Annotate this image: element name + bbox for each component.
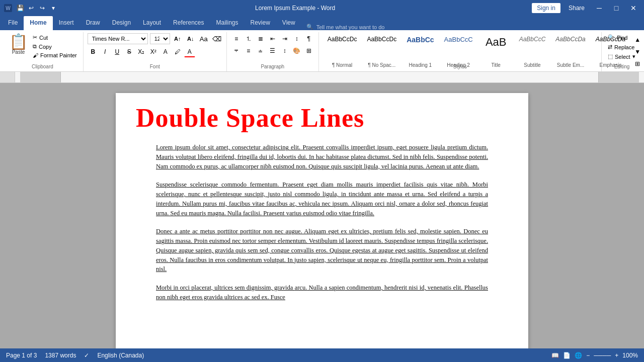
replace-icon: ⇄ bbox=[608, 44, 612, 50]
styles-group-label: Styles bbox=[319, 63, 601, 70]
tab-file[interactable]: File bbox=[2, 16, 24, 30]
tab-view[interactable]: View bbox=[276, 16, 301, 30]
minimize-button[interactable]: ─ bbox=[593, 2, 606, 15]
decrease-indent-btn[interactable]: ⇤ bbox=[267, 33, 278, 44]
share-button[interactable]: Share bbox=[565, 3, 589, 13]
document-heading: Double Space Lines bbox=[116, 93, 528, 138]
ribbon-body: 📋 Paste ✂ Cut ⧉ Copy 🖌 Format Painter Cl… bbox=[0, 30, 644, 72]
ribbon: File Home Insert Draw Design Layout Refe… bbox=[0, 16, 644, 30]
tell-me-bar[interactable]: 🔍 Tell me what you want to do bbox=[301, 24, 642, 30]
proofing-icon: ✓ bbox=[84, 352, 89, 359]
find-button[interactable]: 🔍 Find bbox=[606, 33, 629, 42]
show-marks-btn[interactable]: ¶ bbox=[303, 33, 314, 44]
document-scroll[interactable]: Double Space Lines Lorem ipsum dolor sit… bbox=[0, 83, 644, 348]
justify-btn[interactable]: ☰ bbox=[267, 45, 278, 56]
highlight-btn[interactable]: 🖊 bbox=[172, 46, 183, 57]
select-dropdown-icon: ▾ bbox=[632, 53, 635, 60]
format-painter-button[interactable]: 🖌 Format Painter bbox=[31, 51, 79, 59]
style-subtle-em-preview: AaBbCcDa bbox=[555, 36, 585, 43]
find-label: Find bbox=[617, 35, 627, 41]
style-h2-preview: AaBbCcC bbox=[444, 36, 473, 44]
align-right-btn[interactable]: ⫨ bbox=[255, 45, 266, 56]
zoom-out-btn[interactable]: − bbox=[586, 352, 590, 359]
zoom-in-btn[interactable]: + bbox=[615, 352, 618, 359]
font-name-row: Times New R... 12 A↑ A↓ Aa ⌫ bbox=[88, 33, 222, 44]
borders-btn[interactable]: ⊞ bbox=[303, 45, 314, 56]
increase-indent-btn[interactable]: ⇥ bbox=[279, 33, 290, 44]
tab-references[interactable]: References bbox=[167, 16, 210, 30]
ruler-area bbox=[0, 72, 644, 83]
find-icon: 🔍 bbox=[608, 34, 615, 41]
tab-draw[interactable]: Draw bbox=[80, 16, 106, 30]
bullet-list-btn[interactable]: ≡ bbox=[231, 33, 242, 44]
status-left: Page 1 of 3 1387 words ✓ English (Canada… bbox=[6, 352, 144, 359]
sort-btn[interactable]: ↕ bbox=[291, 33, 302, 44]
tab-mailings[interactable]: Mailings bbox=[210, 16, 244, 30]
document-content: Lorem ipsum dolor sit amet, consectetur … bbox=[116, 138, 528, 321]
undo-quick-btn[interactable]: ↩ bbox=[26, 3, 36, 13]
clipboard-small-buttons: ✂ Cut ⧉ Copy 🖌 Format Painter bbox=[31, 33, 79, 59]
cut-label: Cut bbox=[39, 35, 48, 41]
replace-label: Replace bbox=[614, 44, 634, 50]
tab-home[interactable]: Home bbox=[24, 16, 52, 30]
subscript-button[interactable]: X₂ bbox=[136, 46, 147, 57]
read-mode-icon[interactable]: 📖 bbox=[551, 352, 559, 359]
paste-button[interactable]: 📋 Paste bbox=[6, 33, 31, 56]
tell-me-text: Tell me what you want to do bbox=[316, 24, 385, 30]
styles-group: AaBbCcDc ¶ Normal AaBbCcDc ¶ No Spac... … bbox=[319, 32, 602, 71]
tab-layout[interactable]: Layout bbox=[137, 16, 167, 30]
line-spacing-btn[interactable]: ↕ bbox=[279, 45, 290, 56]
save-quick-btn[interactable]: 💾 bbox=[15, 3, 25, 13]
customize-quick-btn[interactable]: ▾ bbox=[48, 3, 58, 13]
text-color-btn[interactable]: A bbox=[160, 46, 171, 57]
strikethrough-button[interactable]: S bbox=[124, 46, 135, 57]
document-area: Double Space Lines Lorem ipsum dolor sit… bbox=[0, 83, 644, 348]
tab-review[interactable]: Review bbox=[245, 16, 276, 30]
style-subtitle-preview: AaBbCcC bbox=[519, 36, 546, 43]
editing-group: 🔍 Find ⇄ Replace ⬚ Select ▾ Editing bbox=[602, 32, 642, 71]
increase-font-btn[interactable]: A↑ bbox=[172, 33, 183, 44]
font-format-row: B I U S X₂ X² A 🖊 A bbox=[88, 46, 195, 57]
zoom-slider[interactable]: ──── bbox=[594, 352, 611, 359]
scissors-icon: ✂ bbox=[33, 34, 37, 41]
align-left-btn[interactable]: ⫧ bbox=[231, 45, 242, 56]
font-size-select[interactable]: 12 bbox=[150, 33, 170, 44]
sign-in-button[interactable]: Sign in bbox=[532, 3, 560, 13]
clear-format-btn[interactable]: ⌫ bbox=[211, 33, 222, 44]
paste-icon: 📋 bbox=[9, 34, 28, 49]
paragraph-2: Suspendisse scelerisque commodo fermentu… bbox=[156, 180, 488, 218]
change-case-btn[interactable]: Aa bbox=[198, 33, 209, 44]
cut-button[interactable]: ✂ Cut bbox=[31, 33, 79, 42]
replace-button[interactable]: ⇄ Replace bbox=[606, 43, 636, 51]
page-count: Page 1 of 3 bbox=[6, 352, 37, 359]
redo-quick-btn[interactable]: ↪ bbox=[37, 3, 47, 13]
decrease-font-btn[interactable]: A↓ bbox=[185, 33, 196, 44]
maximize-button[interactable]: □ bbox=[610, 2, 623, 15]
font-name-select[interactable]: Times New R... bbox=[88, 33, 148, 44]
superscript-button[interactable]: X² bbox=[148, 46, 159, 57]
ruler-corner bbox=[0, 72, 15, 83]
format-painter-label: Format Painter bbox=[40, 52, 77, 58]
web-layout-icon[interactable]: 🌐 bbox=[575, 352, 582, 359]
paragraph-group-label: Paragraph bbox=[227, 63, 318, 70]
copy-label: Copy bbox=[39, 44, 52, 50]
status-right: 📖 📄 🌐 − ──── + 100% bbox=[551, 352, 638, 359]
select-button[interactable]: ⬚ Select ▾ bbox=[606, 52, 637, 61]
tab-design[interactable]: Design bbox=[106, 16, 137, 30]
numbered-list-btn[interactable]: ⒈ bbox=[243, 33, 254, 44]
align-row: ⫧ ≡ ⫨ ☰ ↕ 🎨 ⊞ bbox=[231, 45, 314, 56]
align-center-btn[interactable]: ≡ bbox=[243, 45, 254, 56]
paragraph-3: Donec a ante ac metus porttitor porttito… bbox=[156, 227, 488, 274]
multilevel-list-btn[interactable]: ≣ bbox=[255, 33, 266, 44]
horizontal-ruler bbox=[15, 72, 644, 83]
close-button[interactable]: ✕ bbox=[627, 2, 640, 15]
bold-button[interactable]: B bbox=[88, 46, 99, 57]
font-color-btn[interactable]: A bbox=[184, 46, 195, 57]
shading-btn[interactable]: 🎨 bbox=[291, 45, 302, 56]
tab-insert[interactable]: Insert bbox=[53, 16, 80, 30]
italic-button[interactable]: I bbox=[100, 46, 111, 57]
copy-button[interactable]: ⧉ Copy bbox=[31, 42, 79, 51]
select-label: Select bbox=[615, 54, 630, 60]
underline-button[interactable]: U bbox=[112, 46, 123, 57]
print-layout-icon[interactable]: 📄 bbox=[563, 352, 571, 359]
